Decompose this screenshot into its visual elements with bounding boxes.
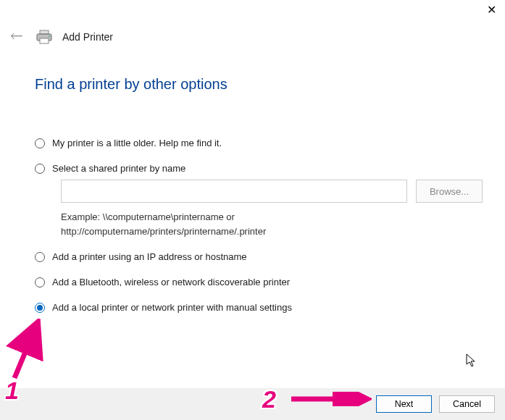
radio-older[interactable] [35, 138, 45, 148]
header-title: Add Printer [62, 31, 113, 43]
svg-rect-0 [40, 30, 49, 34]
browse-button[interactable]: Browse... [416, 180, 483, 203]
option-ip[interactable]: Add a printer using an IP address or hos… [35, 251, 505, 262]
cursor-icon [466, 353, 477, 368]
annotation-arrow-1 [1, 319, 45, 387]
shared-printer-input[interactable] [61, 180, 407, 203]
option-bluetooth[interactable]: Add a Bluetooth, wireless or network dis… [35, 277, 505, 287]
option-shared[interactable]: Select a shared printer by name [35, 163, 505, 174]
radio-local[interactable] [35, 303, 45, 313]
radio-shared[interactable] [35, 164, 45, 174]
example-line1: Example: \\computername\printername or [61, 210, 505, 224]
options-group: My printer is a little older. Help me fi… [0, 93, 505, 313]
svg-point-3 [49, 35, 50, 37]
svg-rect-2 [40, 38, 49, 43]
radio-bluetooth[interactable] [35, 277, 45, 287]
option-local[interactable]: Add a local printer or network printer w… [35, 302, 505, 313]
option-older-label: My printer is a little older. Help me fi… [52, 138, 222, 148]
option-bluetooth-label: Add a Bluetooth, wireless or network dis… [52, 277, 290, 287]
close-button[interactable]: ✕ [487, 4, 496, 16]
footer-bar: Next Cancel [0, 388, 505, 420]
radio-ip[interactable] [35, 252, 45, 262]
next-button[interactable]: Next [376, 395, 432, 413]
cancel-button[interactable]: Cancel [439, 395, 495, 413]
option-local-label: Add a local printer or network printer w… [52, 302, 292, 313]
page-heading: Find a printer by other options [0, 46, 505, 93]
example-line2: http://computername/printers/printername… [61, 224, 505, 239]
option-shared-label: Select a shared printer by name [52, 163, 185, 174]
back-arrow-icon[interactable]: 🡐 [7, 28, 26, 46]
option-older[interactable]: My printer is a little older. Help me fi… [35, 138, 505, 148]
svg-line-4 [14, 326, 36, 378]
shared-example-text: Example: \\computername\printername or h… [61, 210, 505, 238]
printer-icon [36, 30, 52, 44]
header: 🡐 Add Printer [0, 0, 505, 46]
option-ip-label: Add a printer using an IP address or hos… [52, 251, 247, 262]
